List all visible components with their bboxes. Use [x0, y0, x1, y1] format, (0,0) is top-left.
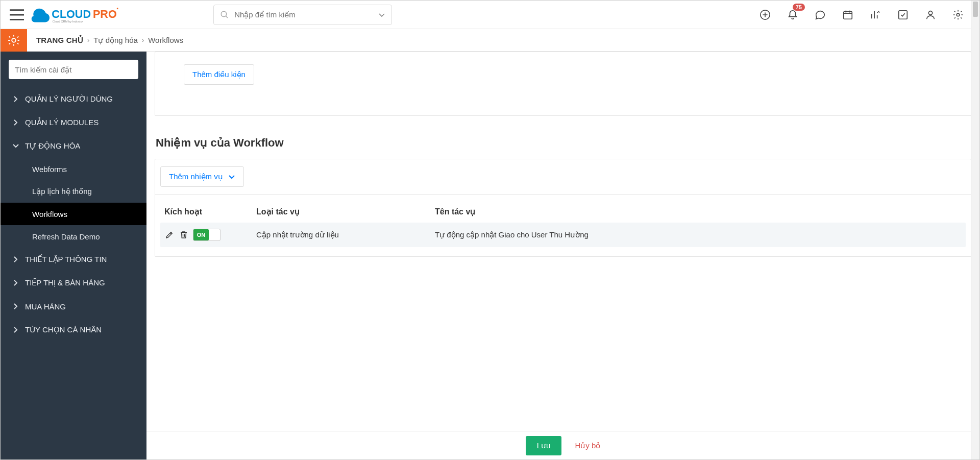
col-name: Tên tác vụ	[435, 207, 962, 216]
add-condition-label: Thêm điều kiện	[192, 70, 246, 79]
chevron-right-icon	[13, 327, 19, 333]
sidebar-item-purchasing[interactable]: MUA HÀNG	[1, 295, 146, 318]
plus-circle-icon	[760, 9, 771, 20]
quick-add-button[interactable]	[758, 8, 772, 22]
add-condition-button[interactable]: Thêm điều kiện	[184, 64, 254, 85]
trash-icon	[179, 230, 188, 239]
sidebar-sub-label: Workflows	[32, 210, 67, 219]
profile-button[interactable]	[923, 8, 938, 22]
col-active: Kích hoạt	[164, 207, 256, 216]
main-content: Thêm điều kiện Nhiệm vụ của Workflow Thê…	[146, 52, 979, 459]
chevron-right-icon	[13, 256, 19, 262]
svg-text:PRO: PRO	[93, 7, 117, 20]
sidebar-sub-label: Refresh Data Demo	[32, 232, 100, 241]
table-row: ON Cập nhật trường dữ liệu Tự động cập n…	[160, 223, 966, 247]
chevron-right-icon	[13, 96, 19, 102]
svg-point-9	[957, 13, 960, 16]
sidebar-item-config[interactable]: THIẾT LẬP THÔNG TIN	[1, 248, 146, 271]
notification-badge: 75	[793, 4, 805, 11]
table-header: Kích hoạt Loại tác vụ Tên tác vụ	[160, 203, 966, 223]
check-square-icon	[897, 9, 909, 20]
cancel-button[interactable]: Hủy bỏ	[575, 441, 600, 450]
sidebar-sub-scheduler[interactable]: Lập lịch hệ thống	[1, 180, 146, 203]
sidebar-item-users[interactable]: QUẢN LÝ NGƯỜI DÙNG	[1, 87, 146, 111]
sidebar-item-personal[interactable]: TÙY CHỌN CÁ NHÂN	[1, 318, 146, 342]
menu-toggle[interactable]	[5, 3, 29, 27]
footer-actions: Lưu Hủy bỏ	[146, 431, 979, 459]
gear-icon	[952, 9, 964, 20]
global-search[interactable]	[213, 5, 392, 25]
breadcrumb: TRANG CHỦ › Tự động hóa › Workflows	[27, 36, 183, 45]
chevron-down-icon	[13, 143, 19, 149]
edit-button[interactable]	[164, 230, 175, 240]
sidebar-item-label: MUA HÀNG	[25, 302, 66, 311]
settings-button[interactable]	[951, 8, 965, 22]
hamburger-icon	[10, 9, 24, 20]
svg-text:CLOUD: CLOUD	[52, 7, 91, 20]
settings-sidebar: QUẢN LÝ NGƯỜI DÙNG QUẢN LÝ MODULES TỰ ĐỘ…	[1, 52, 146, 459]
chart-icon	[870, 9, 881, 20]
sidebar-item-label: TIẾP THỊ & BÁN HÀNG	[25, 278, 105, 287]
breadcrumb-section[interactable]: Tự động hóa	[93, 36, 138, 45]
svg-text:Cloud CRM by Industry: Cloud CRM by Industry	[53, 20, 83, 23]
logo[interactable]: CLOUD PRO Cloud CRM by Industry	[31, 5, 127, 25]
sidebar-sub-label: Webforms	[32, 165, 67, 174]
chevron-right-icon	[13, 303, 19, 309]
pencil-icon	[165, 230, 174, 239]
conditions-card: Thêm điều kiện	[155, 52, 971, 116]
chevron-down-icon	[378, 11, 385, 18]
breadcrumb-row: TRANG CHỦ › Tự động hóa › Workflows	[1, 29, 979, 52]
chevron-right-icon	[13, 280, 19, 286]
col-type: Loại tác vụ	[256, 207, 435, 216]
sidebar-item-label: TÙY CHỌN CÁ NHÂN	[25, 325, 102, 334]
task-name: Tự động cập nhật Giao cho User Thu Hường	[435, 230, 962, 239]
delete-button[interactable]	[179, 230, 189, 240]
calendar-button[interactable]	[841, 8, 855, 22]
settings-home-button[interactable]	[1, 29, 27, 52]
chevron-right-icon	[13, 119, 19, 126]
tasks-card: Thêm nhiệm vụ Kích hoạt Loại tác vụ Tên …	[155, 159, 971, 257]
breadcrumb-current: Workflows	[148, 36, 183, 44]
sidebar-item-automation[interactable]: TỰ ĐỘNG HÓA	[1, 134, 146, 158]
chevron-right-icon: ›	[142, 36, 144, 44]
sidebar-item-label: TỰ ĐỘNG HÓA	[25, 141, 80, 151]
sidebar-sub-workflows[interactable]: Workflows	[1, 203, 146, 225]
reports-button[interactable]	[868, 8, 883, 22]
chevron-right-icon: ›	[87, 36, 89, 44]
chat-button[interactable]	[813, 8, 827, 22]
chat-icon	[815, 9, 826, 20]
workflow-tasks-title: Nhiệm vụ của Workflow	[156, 136, 971, 150]
svg-point-3	[117, 8, 118, 9]
search-icon	[220, 10, 229, 19]
chevron-down-icon	[228, 173, 235, 180]
svg-point-4	[221, 11, 227, 17]
top-header: CLOUD PRO Cloud CRM by Industry 75	[1, 1, 979, 29]
add-task-button[interactable]: Thêm nhiệm vụ	[160, 166, 244, 187]
notifications-button[interactable]: 75	[786, 8, 800, 22]
tasks-button[interactable]	[896, 8, 910, 22]
scrollbar[interactable]	[971, 1, 979, 459]
sidebar-sub-label: Lập lịch hệ thống	[32, 187, 92, 196]
calendar-icon	[842, 9, 853, 20]
active-toggle[interactable]: ON	[193, 229, 220, 241]
user-icon	[925, 9, 936, 20]
sidebar-item-marketing-sales[interactable]: TIẾP THỊ & BÁN HÀNG	[1, 271, 146, 295]
sidebar-search-input[interactable]	[9, 60, 138, 79]
global-search-input[interactable]	[234, 10, 378, 19]
add-task-label: Thêm nhiệm vụ	[169, 172, 223, 181]
sidebar-item-label: QUẢN LÝ NGƯỜI DÙNG	[25, 94, 113, 104]
task-type: Cập nhật trường dữ liệu	[256, 230, 435, 239]
svg-rect-7	[899, 10, 908, 19]
sidebar-sub-webforms[interactable]: Webforms	[1, 158, 146, 180]
toggle-on-label: ON	[193, 229, 209, 240]
sidebar-item-label: THIẾT LẬP THÔNG TIN	[25, 255, 107, 264]
sidebar-item-label: QUẢN LÝ MODULES	[25, 118, 99, 127]
svg-point-8	[928, 11, 932, 14]
gear-icon	[7, 34, 20, 47]
sidebar-item-modules[interactable]: QUẢN LÝ MODULES	[1, 111, 146, 134]
scrollbar-thumb[interactable]	[973, 2, 978, 17]
breadcrumb-home[interactable]: TRANG CHỦ	[36, 36, 83, 45]
sidebar-sub-refresh-data[interactable]: Refresh Data Demo	[1, 225, 146, 248]
bell-icon	[787, 9, 798, 20]
save-button[interactable]: Lưu	[526, 436, 562, 455]
